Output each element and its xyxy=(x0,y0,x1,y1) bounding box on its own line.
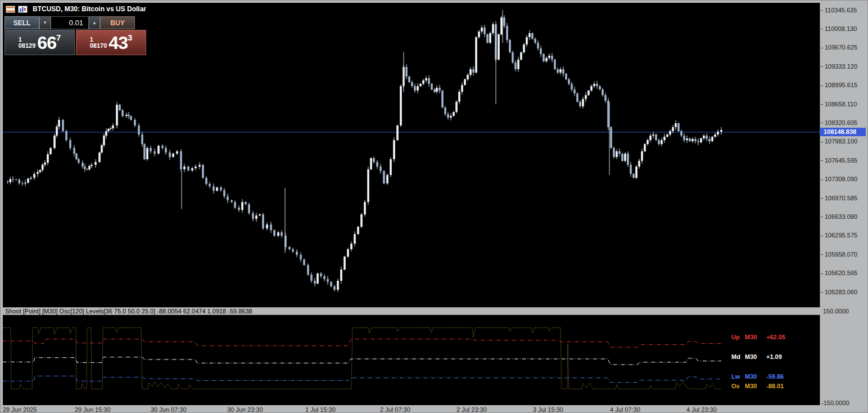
price-axis-label: 108658.110 xyxy=(821,101,857,107)
price-axis-label: 109670.625 xyxy=(821,44,857,51)
price-axis-label: 106970.585 xyxy=(821,195,857,201)
price-axis-label: 110008.130 xyxy=(821,25,857,32)
volume-input[interactable]: 0.01 xyxy=(51,16,89,29)
trade-controls-row: SELL ▼ 0.01 ▲ BUY xyxy=(4,16,146,29)
mt5-chart-window: BTCUSD, M30: Bitcoin vs US Dollar SELL ▼… xyxy=(0,0,868,413)
chart-list-icon[interactable] xyxy=(6,6,15,13)
chart-title: BTCUSD, M30: Bitcoin vs US Dollar xyxy=(33,5,146,13)
buy-price-pipette: 3 xyxy=(128,33,132,42)
time-axis-label: 28 Jun 2025 xyxy=(3,406,37,413)
chart-header: BTCUSD, M30: Bitcoin vs US Dollar xyxy=(6,5,146,14)
time-axis-label: 4 Jul 23:30 xyxy=(686,406,717,413)
oscillator-panel[interactable]: UpM30+62.05MdM30+1.09LwM30-59.86OsM30-88… xyxy=(3,315,820,405)
indicator-legend-row: LwM30-59.86 xyxy=(731,373,784,380)
time-axis-label: 29 Jun 15:30 xyxy=(75,406,111,413)
time-axis-label: 3 Jul 15:30 xyxy=(533,406,563,413)
volume-decrease-button[interactable]: ▼ xyxy=(39,16,51,29)
indicator-legend-row: UpM30+62.05 xyxy=(731,334,785,340)
time-axis-label: 30 Jun 23:30 xyxy=(227,406,263,413)
price-axis-label: 105283.060 xyxy=(821,289,857,295)
sell-price-pipette: 7 xyxy=(56,33,61,42)
time-axis-label: 4 Jul 07:30 xyxy=(610,406,640,413)
price-axis-label: 106295.575 xyxy=(821,232,857,239)
time-axis[interactable]: 28 Jun 202529 Jun 15:3030 Jun 07:3030 Ju… xyxy=(3,405,820,413)
indicator-scale-min: -150.0000 xyxy=(821,399,849,406)
price-axis-label: 110345.635 xyxy=(821,7,857,14)
sell-price-big-digits: 66 xyxy=(37,33,56,53)
candlestick-chart-icon[interactable] xyxy=(18,6,28,13)
time-axis-label: 2 Jul 23:30 xyxy=(456,406,487,413)
price-axis[interactable]: 110345.635110008.130109670.625109333.120… xyxy=(820,3,866,307)
sell-price-prefix: 1 08129 xyxy=(19,37,36,49)
price-axis-label: 109333.120 xyxy=(821,63,857,70)
indicator-scale-max: 150.0000 xyxy=(823,308,849,315)
current-price-tag: 108148.838 xyxy=(820,128,866,136)
price-axis-label: 105958.070 xyxy=(821,251,857,258)
price-axis-label: 105620.565 xyxy=(821,270,857,276)
time-axis-label: 1 Jul 15:30 xyxy=(305,406,336,413)
chevron-up-icon: ▲ xyxy=(92,20,97,25)
sell-price-display[interactable]: 1 08129 66 7 xyxy=(4,30,75,55)
indicator-title: Shoot [Point] [M30] Osc[120] Levels[36 7… xyxy=(3,308,820,315)
price-axis-label: 108320.605 xyxy=(821,119,857,126)
buy-button[interactable]: BUY xyxy=(100,16,135,29)
indicator-legend-row: MdM30+1.09 xyxy=(731,353,782,360)
indicator-legend-row: OsM30-88.01 xyxy=(731,383,784,389)
sell-button[interactable]: SELL xyxy=(4,16,39,29)
price-axis-label: 107983.100 xyxy=(821,138,857,145)
oscillator-lines xyxy=(3,315,820,405)
price-axis-label: 107645.595 xyxy=(821,157,857,164)
one-click-trading-panel: SELL ▼ 0.01 ▲ BUY 1 08129 66 7 1 xyxy=(4,16,146,55)
buy-price-big-digits: 43 xyxy=(108,33,128,53)
chevron-down-icon: ▼ xyxy=(43,20,47,25)
volume-increase-button[interactable]: ▲ xyxy=(89,16,100,29)
price-axis-label: 106633.080 xyxy=(821,213,857,220)
time-axis-label: 30 Jun 07:30 xyxy=(151,406,187,413)
trade-prices-row: 1 08129 66 7 1 08170 43 3 xyxy=(4,30,146,55)
time-axis-label: 2 Jul 07:30 xyxy=(380,406,410,413)
buy-price-display[interactable]: 1 08170 43 3 xyxy=(76,30,146,55)
indicator-separator[interactable]: Shoot [Point] [M30] Osc[120] Levels[36 7… xyxy=(3,307,820,315)
price-axis-label: 107308.090 xyxy=(821,176,857,182)
price-chart-area[interactable]: BTCUSD, M30: Bitcoin vs US Dollar SELL ▼… xyxy=(3,3,820,307)
buy-price-prefix: 1 08170 xyxy=(90,37,107,49)
price-axis-label: 108995.615 xyxy=(821,82,857,88)
